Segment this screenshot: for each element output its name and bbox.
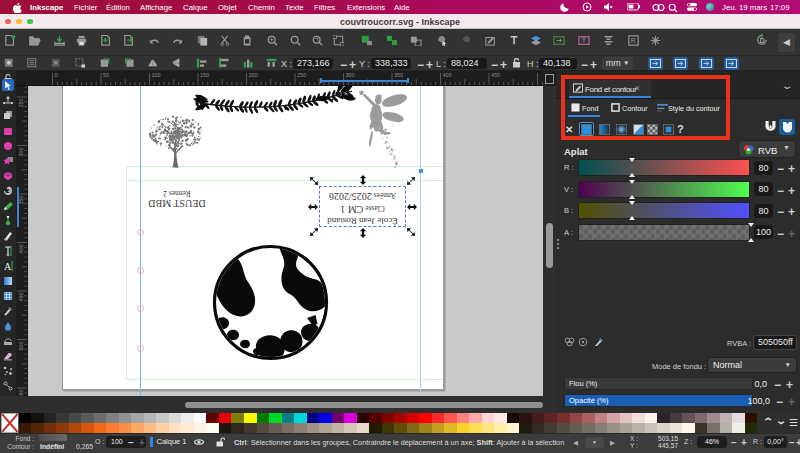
svg-text:R: R — [631, 37, 636, 44]
svg-text:A: A — [4, 261, 12, 271]
svg-text:D: D — [760, 37, 765, 44]
